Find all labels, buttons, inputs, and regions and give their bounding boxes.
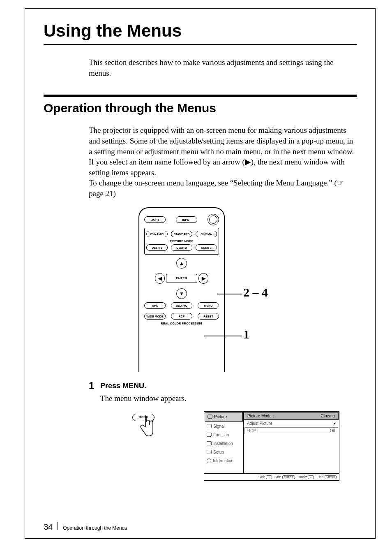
dpad-up-button[interactable]: ▲ xyxy=(176,258,187,269)
reset-button[interactable]: RESET xyxy=(198,313,219,320)
menu-key-icon: MENU xyxy=(325,475,337,479)
osd-tab-picture[interactable]: Picture xyxy=(205,412,243,422)
intro-paragraph: This section describes how to make vario… xyxy=(89,57,357,78)
dpad-right-button[interactable]: ▶ xyxy=(198,273,208,284)
osd-tab-installation-label: Installation xyxy=(213,441,233,446)
osd-picture-mode-value: Cinema xyxy=(321,414,335,418)
page-frame: Using the Menus This section describes h… xyxy=(25,8,376,539)
user1-button[interactable]: USER 1 xyxy=(146,244,168,251)
osd-adjust-picture-label: Adjust Picture xyxy=(247,421,272,426)
osd-tab-function-label: Function xyxy=(213,433,229,437)
press-menu-illustration: MENU xyxy=(130,411,163,444)
step-1-instruction: Press MENU. xyxy=(100,380,146,392)
osd-field-rcp[interactable]: RCP : Off xyxy=(244,427,338,434)
menu-button[interactable]: MENU xyxy=(198,302,219,309)
installation-icon xyxy=(207,441,212,445)
widemode-button[interactable]: WIDE MODE xyxy=(144,313,166,320)
picture-mode-label: PICTURE MODE xyxy=(146,240,217,243)
osd-rcp-value: Off xyxy=(330,429,335,433)
user3-button[interactable]: USER 3 xyxy=(196,244,217,251)
user2-button[interactable]: USER 2 xyxy=(171,244,192,251)
section-divider xyxy=(44,95,357,97)
footer-text: Operation through the Menus xyxy=(63,525,127,531)
page-title: Using the Menus xyxy=(44,21,357,41)
dynamic-button[interactable]: DYNAMIC xyxy=(146,231,168,237)
signal-icon xyxy=(207,424,212,428)
osd-tab-setup[interactable]: Setup xyxy=(204,448,243,456)
dpad: ▲ ◀ ENTER ▶ ▼ xyxy=(155,258,208,299)
step-1-body: The menu window appears. xyxy=(100,394,357,403)
osd-tab-function[interactable]: Function xyxy=(204,431,243,439)
left-key-icon: ← xyxy=(308,475,314,479)
osd-tab-information-label: Information xyxy=(213,459,233,463)
dpad-down-button[interactable]: ▼ xyxy=(176,288,187,299)
picture-mode-group: DYNAMIC STANDARD CINEMA PICTURE MODE USE… xyxy=(144,228,219,255)
adjpic-button[interactable]: ADJ PIC xyxy=(171,302,192,309)
power-icon xyxy=(209,215,217,224)
osd-tab-setup-label: Setup xyxy=(213,450,224,454)
apa-button[interactable]: APA xyxy=(144,302,166,309)
finger-icon xyxy=(137,415,155,439)
osd-menu-window: Picture Signal Function Installation Set… xyxy=(204,411,339,481)
title-block: Using the Menus xyxy=(44,21,357,45)
osd-rcp-label: RCP : xyxy=(247,429,258,433)
chevron-right-icon xyxy=(334,421,336,426)
section-title: Operation through the Menus xyxy=(44,101,357,115)
remote-diagram: LIGHT INPUT DYNAMIC STANDARD CINEMA PICT… xyxy=(122,207,278,372)
osd-tab-picture-label: Picture xyxy=(214,415,227,419)
page-footer: 34 Operation through the Menus xyxy=(44,522,127,532)
light-button[interactable]: LIGHT xyxy=(144,216,166,223)
osd-field-adjust-picture[interactable]: Adjust Picture xyxy=(244,420,339,427)
footer-separator xyxy=(58,522,58,530)
osd-tab-information[interactable]: Information xyxy=(204,456,243,465)
osd-footer: Sel: ↑↓ Set: ENTER Back: ← Exit: MENU xyxy=(204,473,339,480)
osd-footer-set: Set: ENTER xyxy=(274,475,295,479)
osd-picture-mode-label: Picture Mode : xyxy=(247,414,274,418)
power-button[interactable] xyxy=(208,214,219,225)
osd-sidebar: Picture Signal Function Installation Set… xyxy=(204,412,244,473)
enter-key-icon: ENTER xyxy=(282,475,295,479)
enter-button[interactable]: ENTER xyxy=(166,274,197,283)
dpad-left-button[interactable]: ◀ xyxy=(155,273,165,284)
rcp-label: REAL COLOR PROCESSING xyxy=(144,322,219,325)
osd-field-picture-mode[interactable]: Picture Mode : Cinema xyxy=(244,412,339,420)
picture-icon xyxy=(208,415,212,419)
step-1-number: 1 xyxy=(89,380,100,392)
step-1-heading: 1 Press MENU. xyxy=(89,380,357,392)
callout-line-enter xyxy=(217,294,242,294)
osd-footer-sel: Sel: ↑↓ xyxy=(258,475,272,479)
function-icon xyxy=(207,433,212,437)
callout-step-1: 1 xyxy=(243,327,249,341)
setup-icon xyxy=(207,450,212,454)
information-icon xyxy=(207,459,211,463)
step-1-illustration-row: MENU Picture Signal Function Installatio… xyxy=(130,411,357,481)
osd-footer-exit: Exit: MENU xyxy=(316,475,337,479)
page-number: 34 xyxy=(44,522,53,532)
callout-steps-2-4: 2 – 4 xyxy=(243,285,268,299)
updown-key-icon: ↑↓ xyxy=(266,475,272,479)
rcp-button[interactable]: RCP xyxy=(171,313,192,320)
osd-tab-signal[interactable]: Signal xyxy=(204,422,243,431)
osd-content: Picture Mode : Cinema Adjust Picture RCP… xyxy=(244,412,339,473)
cinema-button[interactable]: CINEMA xyxy=(196,231,217,237)
osd-tab-installation[interactable]: Installation xyxy=(204,439,243,448)
input-button[interactable]: INPUT xyxy=(176,216,197,223)
callout-line-menu xyxy=(204,336,242,336)
body-paragraph: The projector is equipped with an on-scr… xyxy=(89,125,357,199)
standard-button[interactable]: STANDARD xyxy=(171,231,192,237)
remote-outline: LIGHT INPUT DYNAMIC STANDARD CINEMA PICT… xyxy=(138,207,225,372)
osd-footer-back: Back: ← xyxy=(297,475,314,479)
osd-tab-signal-label: Signal xyxy=(213,424,225,429)
